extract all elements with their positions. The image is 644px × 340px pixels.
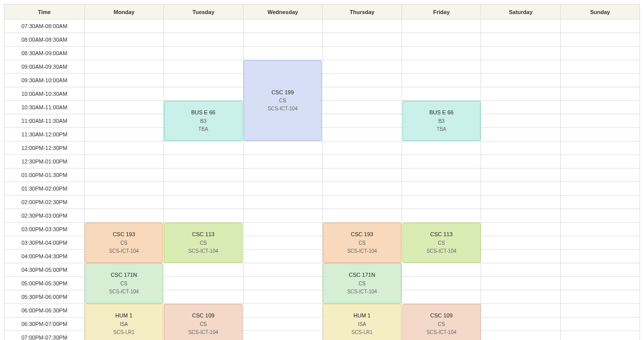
schedule-cell [560,141,639,155]
course-code: CSC 109 [430,311,453,320]
schedule-cell [243,33,322,47]
schedule-cell [481,60,560,74]
course-room: SCS-ICT-104 [188,247,218,255]
time-cell: 08:30AM-09:00AM [5,47,85,60]
schedule-cell [560,209,639,223]
schedule-cell [85,87,164,101]
course-code: CSC 113 [430,230,453,239]
header-thursday: Thursday [322,5,401,20]
schedule-cell [164,141,243,155]
course-block-csc171n-mon[interactable]: CSC 171NCSSCS-ICT-104 [85,263,163,303]
time-cell: 03:30PM-04:00PM [5,236,85,250]
schedule-cell [243,331,322,341]
time-row: 12:30PM-01:00PM [5,155,640,168]
schedule-cell [322,155,401,168]
course-room: SCS-ICT-104 [347,288,377,296]
course-block-csc113-tue[interactable]: CSC 113CSSCS-ICT-104 [164,223,242,263]
time-row: 07:30AM-08:00AM [5,20,640,33]
course-section: CS [358,239,365,247]
course-code: CSC 199 [272,88,294,97]
schedule-cell [481,277,560,290]
schedule-cell [85,114,164,128]
schedule-cell [402,168,481,182]
schedule-cell [481,33,560,47]
course-block-hum1-mon[interactable]: HUM 1ISASCS-LR1 [85,304,163,340]
schedule-cell [402,263,481,277]
course-block-csc113-fri[interactable]: CSC 113CSSCS-ICT-104 [402,223,481,263]
time-row: 08:00AM-08:30AM [5,33,640,47]
schedule-wrapper: Time Monday Tuesday Wednesday Thursday F… [4,4,640,340]
schedule-cell [402,87,481,101]
course-block-csc193-mon[interactable]: CSC 193CSSCS-ICT-104 [85,223,163,263]
course-block-csc109-fri[interactable]: CSC 109CSSCS-ICT-104 [402,304,481,340]
schedule-cell [164,263,243,277]
course-code: CSC 171N [111,271,137,280]
schedule-cell [243,141,322,155]
schedule-cell [402,155,481,168]
time-row: 12:00PM-12:30PM [5,141,640,155]
time-row: 01:00PM-01:30PM [5,168,640,182]
schedule-cell [85,60,164,74]
course-code: HUM 1 [115,311,132,320]
schedule-cell [164,182,243,196]
schedule-cell [322,20,401,33]
schedule-cell [481,20,560,33]
course-code: BUS E 66 [430,108,454,117]
schedule-cell [402,47,481,60]
course-block-hum1-thu[interactable]: HUM 1ISASCS-LR1 [323,304,401,340]
schedule-cell [85,101,164,114]
course-block-csc109-tue[interactable]: CSC 109CSSCS-ICT-104 [164,304,242,340]
schedule-cell [481,263,560,277]
course-room: SCS-ICT-104 [426,247,456,255]
course-block-csc193-thu[interactable]: CSC 193CSSCS-ICT-104 [323,223,401,263]
course-room: SCS-ICT-104 [188,328,218,336]
schedule-cell [164,87,243,101]
time-cell: 05:30PM-06:00PM [5,290,85,304]
course-code: CSC 113 [192,230,214,239]
schedule-cell [481,168,560,182]
schedule-cell [481,101,560,114]
time-row: 01:30PM-02:00PM [5,182,640,196]
course-block-csc171n-thu[interactable]: CSC 171NCSSCS-ICT-104 [323,263,401,303]
course-block-buse66-tue[interactable]: BUS E 66B3TBA [164,101,242,141]
schedule-cell [85,20,164,33]
time-row: 11:30AM-12:00PM [5,128,640,141]
course-section: B3 [200,117,206,125]
time-cell: 06:00PM-06:30PM [5,304,85,317]
schedule-cell [560,263,639,277]
schedule-cell [85,196,164,209]
time-cell: 07:30AM-08:00AM [5,20,85,33]
time-cell: 02:00PM-02:30PM [5,196,85,209]
schedule-cell [243,277,322,290]
time-cell: 01:00PM-01:30PM [5,168,85,182]
course-room: SCS-LR1 [113,328,134,336]
schedule-cell [164,196,243,209]
schedule-cell [560,182,639,196]
schedule-cell [85,168,164,182]
course-block-buse66-fri[interactable]: BUS E 66B3TBA [402,101,481,141]
schedule-cell [481,196,560,209]
course-section: B3 [439,117,445,125]
schedule-cell [85,141,164,155]
course-code: HUM 1 [353,311,370,320]
schedule-cell [560,236,639,250]
schedule-cell [402,141,481,155]
course-block-csc199-wed[interactable]: CSC 199CSSCS-ICT-104 [244,60,322,141]
schedule-cell [560,33,639,47]
schedule-cell [243,250,322,263]
schedule-cell [322,60,401,74]
schedule-cell [164,20,243,33]
schedule-cell [560,223,639,236]
schedule-cell [243,263,322,277]
schedule-cell [481,114,560,128]
course-room: SCS-ICT-104 [426,328,456,336]
schedule-cell [560,168,639,182]
time-cell: 02:30PM-03:00PM [5,209,85,223]
schedule-cell [85,128,164,141]
schedule-cell [481,290,560,304]
schedule-cell [402,209,481,223]
schedule-cell [481,128,560,141]
schedule-cell [322,168,401,182]
schedule-cell [481,141,560,155]
schedule-cell [164,168,243,182]
